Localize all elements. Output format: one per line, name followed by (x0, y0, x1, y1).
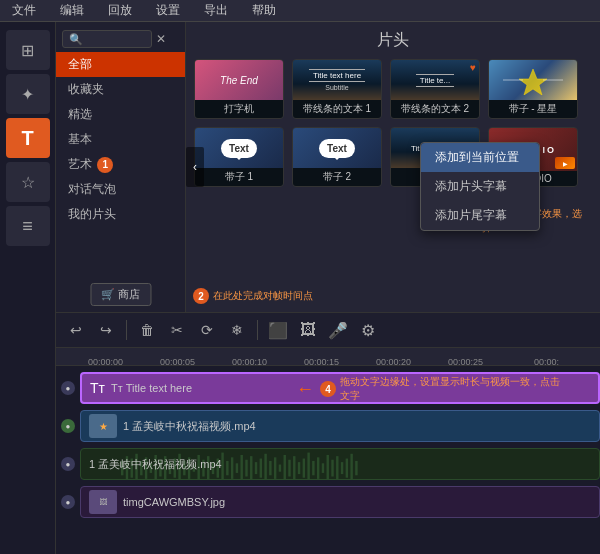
timeline-ruler: 00:00:00 00:00:05 00:00:10 00:00:15 00:0… (56, 348, 600, 366)
track-row-image: ● 🖼 timgCAWGMBSY.jpg (56, 484, 600, 520)
track-controls-video1: ● (56, 419, 76, 433)
track-row-title: ● Tт Tт Title text here ← 4 拖动文字边缘处，设置显示… (56, 370, 600, 406)
template-bubble1[interactable]: Text 带子 1 (194, 127, 284, 187)
audio-track-content[interactable]: 1 孟美岐中秋祝福视频.mp4 (80, 448, 600, 480)
template-bubble1-label: 带子 1 (195, 168, 283, 186)
svg-rect-48 (336, 456, 338, 480)
image-button[interactable]: 🖼 (296, 318, 320, 342)
svg-rect-27 (236, 463, 238, 473)
track-eye-video1[interactable]: ● (61, 419, 75, 433)
tick-25: 00:00:25 (448, 357, 483, 367)
template-stars[interactable]: 带子 - 星星 (488, 59, 578, 119)
track-eye-title[interactable]: ● (61, 381, 75, 395)
sidebar-effects-btn[interactable]: ✦ (6, 74, 50, 114)
context-add-end[interactable]: 添加片尾字幕 (421, 201, 539, 230)
menu-help[interactable]: 帮助 (248, 0, 280, 21)
template-striped2[interactable]: ♥ Title te... 带线条的文本 2 (390, 59, 480, 119)
color-button[interactable]: ⬛ (266, 318, 290, 342)
context-add-title[interactable]: 添加片头字幕 (421, 172, 539, 201)
svg-rect-47 (331, 460, 333, 477)
cut-button[interactable]: ✂ (165, 318, 189, 342)
title-track-label: Tт Title text here (111, 382, 192, 394)
track-eye-image[interactable]: ● (61, 495, 75, 509)
search-clear-icon[interactable]: ✕ (156, 32, 166, 46)
track-row-video1: ● ★ 1 孟美岐中秋祝福视频.mp4 (56, 408, 600, 444)
category-basic[interactable]: 基本 (56, 127, 185, 152)
sidebar-titles-btn[interactable]: T (6, 118, 50, 158)
template-striped1-label: 带线条的文本 1 (293, 100, 381, 118)
svg-rect-50 (346, 459, 348, 478)
category-list: 全部 收藏夹 精选 基本 艺术 1 对话气泡 我的片头 (56, 52, 185, 227)
svg-rect-30 (250, 456, 252, 480)
svg-rect-24 (221, 453, 223, 480)
category-my-titles[interactable]: 我的片头 (56, 202, 185, 227)
annotation-4-area: ← 4 拖动文字边缘处，设置显示时长与视频一致，点击文字 (296, 375, 560, 403)
image-track-label: timgCAWGMBSY.jpg (123, 496, 225, 508)
search-input[interactable] (62, 30, 152, 48)
svg-rect-37 (284, 455, 286, 480)
template-typewriter[interactable]: The End 打字机 (194, 59, 284, 119)
template-row-1: The End 打字机 Title text here Subtitle 带线条… (194, 59, 592, 119)
tick-0: 00:00:00 (88, 357, 123, 367)
title-track-icon: Tт (90, 380, 105, 396)
toolbar: ↩ ↪ 🗑 ✂ ⟳ ❄ ⬛ 🖼 🎤 ⚙ (56, 312, 600, 348)
video1-track-content[interactable]: ★ 1 孟美岐中秋祝福视频.mp4 (80, 410, 600, 442)
settings-button[interactable]: ⚙ (356, 318, 380, 342)
image-track-content[interactable]: 🖼 timgCAWGMBSY.jpg (80, 486, 600, 518)
svg-rect-38 (288, 460, 290, 477)
template-stars-label: 带子 - 星星 (489, 100, 577, 118)
svg-rect-31 (255, 462, 257, 474)
bubble2-text: Text (319, 139, 355, 158)
audio-track-label: 1 孟美岐中秋祝福视频.mp4 (89, 457, 222, 472)
annotation-4-badge: 4 (320, 381, 336, 397)
template-striped1[interactable]: Title text here Subtitle 带线条的文本 1 (292, 59, 382, 119)
category-all[interactable]: 全部 (56, 52, 185, 77)
svg-rect-44 (317, 457, 319, 479)
delete-button[interactable]: 🗑 (135, 318, 159, 342)
main-layout: ⊞ ✦ T ☆ ≡ ✕ 全部 收藏夹 精选 基本 艺术 1 对话气泡 (0, 22, 600, 554)
template-striped2-label: 带线条的文本 2 (391, 100, 479, 118)
category-bubble[interactable]: 对话气泡 (56, 177, 185, 202)
shop-button[interactable]: 🛒 商店 (90, 283, 151, 306)
track-eye-audio[interactable]: ● (61, 457, 75, 471)
svg-rect-51 (350, 454, 352, 480)
art-badge: 1 (97, 157, 113, 173)
nav-prev-arrow[interactable]: ‹ (186, 147, 204, 187)
freeze-button[interactable]: ❄ (225, 318, 249, 342)
menu-settings[interactable]: 设置 (152, 0, 184, 21)
timeline-area: 00:00:00 00:00:05 00:00:10 00:00:15 00:0… (56, 348, 600, 554)
video1-thumbnail: ★ (89, 414, 117, 438)
track-controls-audio: ● (56, 457, 76, 471)
annotation-2-area: 2 在此处完成对帧时间点 (191, 288, 590, 304)
template-bubble2[interactable]: Text 带子 2 (292, 127, 382, 187)
sidebar-transitions-btn[interactable]: ☆ (6, 162, 50, 202)
track-controls-image: ● (56, 495, 76, 509)
toolbar-sep2 (257, 320, 258, 340)
sidebar-media-btn[interactable]: ⊞ (6, 30, 50, 70)
svg-rect-33 (264, 454, 266, 480)
annotation-4-text: 拖动文字边缘处，设置显示时长与视频一致，点击文字 (340, 375, 560, 403)
menu-export[interactable]: 导出 (200, 0, 232, 21)
bubble1-text: Text (221, 139, 257, 158)
redo-button[interactable]: ↪ (94, 318, 118, 342)
svg-rect-45 (322, 463, 324, 473)
svg-rect-39 (293, 456, 295, 480)
category-art[interactable]: 艺术 1 (56, 152, 185, 177)
rotate-button[interactable]: ⟳ (195, 318, 219, 342)
undo-button[interactable]: ↩ (64, 318, 88, 342)
menu-bar: 文件 编辑 回放 设置 导出 帮助 (0, 0, 600, 22)
tick-10: 00:00:10 (232, 357, 267, 367)
context-add-current[interactable]: 添加到当前位置 (421, 143, 539, 172)
category-favorites[interactable]: 收藏夹 (56, 77, 185, 102)
svg-rect-26 (231, 457, 233, 479)
svg-rect-32 (260, 459, 262, 478)
arrow-right-icon: ← (296, 379, 314, 400)
menu-edit[interactable]: 编辑 (56, 0, 88, 21)
category-featured[interactable]: 精选 (56, 102, 185, 127)
audio-button[interactable]: 🎤 (326, 318, 350, 342)
template-bubble2-label: 带子 2 (293, 168, 381, 186)
menu-file[interactable]: 文件 (8, 0, 40, 21)
sidebar-list-btn[interactable]: ≡ (6, 206, 50, 246)
tick-end: 00:00: (534, 357, 559, 367)
menu-playback[interactable]: 回放 (104, 0, 136, 21)
